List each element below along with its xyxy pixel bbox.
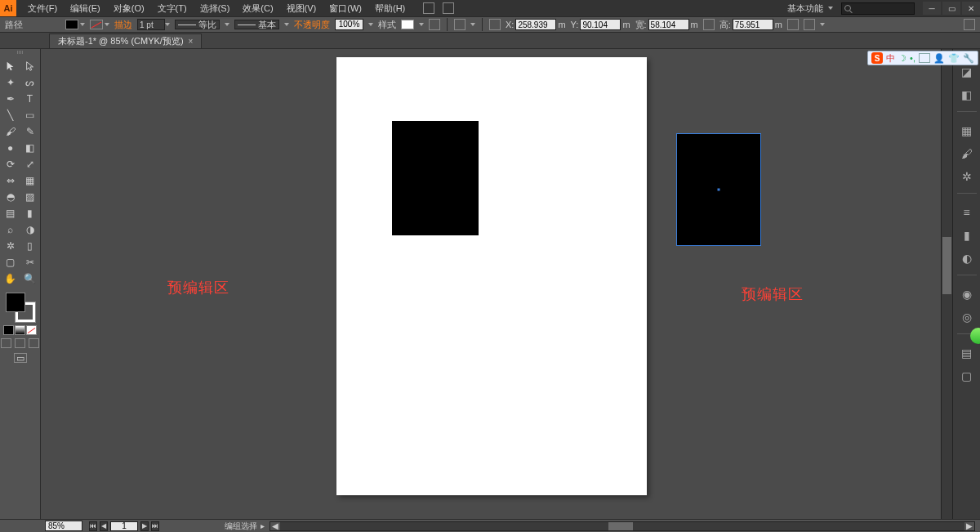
mesh-tool[interactable]: ▤: [2, 206, 20, 221]
search-box[interactable]: [841, 2, 915, 15]
panel-color-guide-icon[interactable]: ◧: [959, 87, 975, 103]
recolor-icon[interactable]: [429, 19, 440, 30]
direct-selection-tool[interactable]: [21, 59, 39, 74]
lasso-tool[interactable]: ᔕ: [21, 75, 39, 90]
chevron-down-icon[interactable]: [165, 23, 170, 26]
zoom-tool[interactable]: 🔍: [21, 271, 39, 286]
draw-normal-icon[interactable]: [1, 338, 11, 348]
eyedropper-tool[interactable]: ⌕: [2, 222, 20, 237]
opacity-label[interactable]: 不透明度: [294, 19, 330, 31]
brush-definition[interactable]: 基本: [234, 20, 279, 29]
chevron-down-icon[interactable]: [470, 23, 475, 26]
shape-builder-tool[interactable]: ◓: [2, 190, 20, 204]
hand-tool[interactable]: ✋: [2, 271, 20, 286]
artboard[interactable]: [336, 57, 647, 495]
menu-select[interactable]: 选择(S): [194, 0, 237, 16]
close-icon[interactable]: ×: [189, 37, 194, 46]
panel-symbols-icon[interactable]: ✲: [959, 168, 975, 185]
last-artboard-button[interactable]: ⏭: [151, 521, 159, 531]
fill-box[interactable]: [6, 293, 25, 312]
ime-lang-label[interactable]: 中: [886, 52, 895, 65]
panel-stroke-icon[interactable]: ≡: [959, 204, 975, 221]
screen-mode-button[interactable]: ▭: [14, 353, 27, 363]
variable-width-profile[interactable]: 等比: [175, 20, 220, 29]
panel-layers-icon[interactable]: ▤: [959, 345, 975, 361]
window-minimize-button[interactable]: ─: [923, 2, 941, 15]
artboard-number[interactable]: 1: [110, 521, 138, 531]
menu-edit[interactable]: 编辑(E): [64, 0, 107, 16]
panel-transparency-icon[interactable]: ◐: [959, 250, 975, 266]
chevron-down-icon[interactable]: [225, 23, 229, 26]
stroke-weight-input[interactable]: [137, 19, 165, 30]
fill-swatch[interactable]: [65, 20, 78, 29]
menu-effect[interactable]: 效果(C): [236, 0, 279, 16]
document-tab[interactable]: 未标题-1* @ 85% (CMYK/预览) ×: [49, 34, 202, 48]
screen-mode-icon[interactable]: [443, 2, 454, 14]
ime-shirt-icon[interactable]: 👕: [948, 53, 960, 64]
menu-file[interactable]: 文件(F): [21, 0, 64, 16]
blend-tool[interactable]: ◑: [21, 222, 39, 237]
x-input[interactable]: [515, 19, 556, 30]
panel-swatches-icon[interactable]: ▦: [959, 123, 975, 139]
horizontal-scrollbar[interactable]: ◀ ▶: [270, 521, 975, 531]
ime-tool-icon[interactable]: 🔧: [963, 53, 974, 64]
chevron-down-icon[interactable]: [419, 23, 424, 26]
transform-icon[interactable]: [804, 19, 815, 30]
fill-stroke-control[interactable]: [4, 293, 37, 322]
width-tool[interactable]: ⇔: [2, 173, 20, 188]
y-input[interactable]: [580, 19, 621, 30]
perspective-tool[interactable]: ▨: [21, 190, 39, 204]
vertical-scrollbar[interactable]: [941, 49, 952, 519]
chevron-down-icon[interactable]: [368, 23, 373, 26]
panel-menu-icon[interactable]: [964, 19, 975, 30]
pencil-tool[interactable]: ✎: [21, 124, 39, 139]
first-artboard-button[interactable]: ⏮: [89, 521, 97, 531]
align-icon[interactable]: [454, 19, 466, 30]
workspace-switcher[interactable]: 基本功能: [787, 2, 833, 15]
magic-wand-tool[interactable]: ✦: [2, 75, 20, 90]
ime-person-icon[interactable]: 👤: [933, 53, 945, 64]
selection-tool[interactable]: [2, 59, 20, 74]
transform-anchor-icon[interactable]: [489, 19, 501, 30]
prev-artboard-button[interactable]: ◀: [100, 521, 108, 531]
menu-window[interactable]: 窗口(W): [323, 0, 368, 16]
rotate-tool[interactable]: ⟳: [2, 157, 20, 172]
scale-tool[interactable]: ⤢: [21, 157, 39, 172]
window-maximize-button[interactable]: ▭: [942, 2, 960, 15]
ime-keyboard-icon[interactable]: [919, 53, 930, 63]
artboard-tool[interactable]: ▢: [2, 255, 20, 270]
opacity-value[interactable]: 100%: [335, 19, 363, 30]
eraser-tool[interactable]: ◧: [21, 141, 39, 155]
gradient-tool[interactable]: ▮: [21, 206, 39, 221]
ime-status-bar[interactable]: S 中 ☽ •, 👤 👕 🔧: [867, 51, 978, 65]
color-mode-solid[interactable]: [3, 325, 14, 335]
panel-brushes-icon[interactable]: 🖌: [959, 145, 975, 162]
blob-brush-tool[interactable]: ●: [2, 141, 20, 155]
draw-inside-icon[interactable]: [29, 338, 39, 348]
menu-object[interactable]: 对象(O): [107, 0, 151, 16]
color-mode-gradient[interactable]: [15, 325, 25, 335]
chevron-down-icon[interactable]: [105, 23, 109, 26]
graph-tool[interactable]: ▯: [21, 239, 39, 253]
link-wh-icon[interactable]: [703, 19, 715, 30]
window-close-button[interactable]: ✕: [962, 2, 980, 15]
scrollbar-thumb[interactable]: [608, 522, 633, 530]
scrollbar-thumb[interactable]: [942, 237, 951, 294]
stroke-label[interactable]: 描边: [114, 19, 132, 31]
stroke-swatch[interactable]: [90, 20, 103, 29]
graphic-style-swatch[interactable]: [401, 20, 414, 29]
chevron-down-icon[interactable]: [820, 23, 825, 26]
shape-icon[interactable]: [787, 19, 799, 30]
panel-artboards-icon[interactable]: ▢: [959, 368, 975, 384]
scroll-right-button[interactable]: ▶: [964, 522, 974, 530]
menu-help[interactable]: 帮助(H): [368, 0, 412, 16]
slice-tool[interactable]: ✂: [21, 255, 39, 270]
type-tool[interactable]: T: [21, 92, 39, 106]
zoom-field[interactable]: 85%: [45, 521, 82, 531]
stroke-weight-field[interactable]: [137, 19, 170, 30]
menu-view[interactable]: 视图(V): [280, 0, 323, 16]
next-artboard-button[interactable]: ▶: [140, 521, 149, 531]
scroll-left-button[interactable]: ◀: [270, 522, 280, 530]
canvas[interactable]: 预编辑区 预编辑区: [41, 49, 952, 519]
panel-color-icon[interactable]: ◪: [959, 64, 975, 80]
